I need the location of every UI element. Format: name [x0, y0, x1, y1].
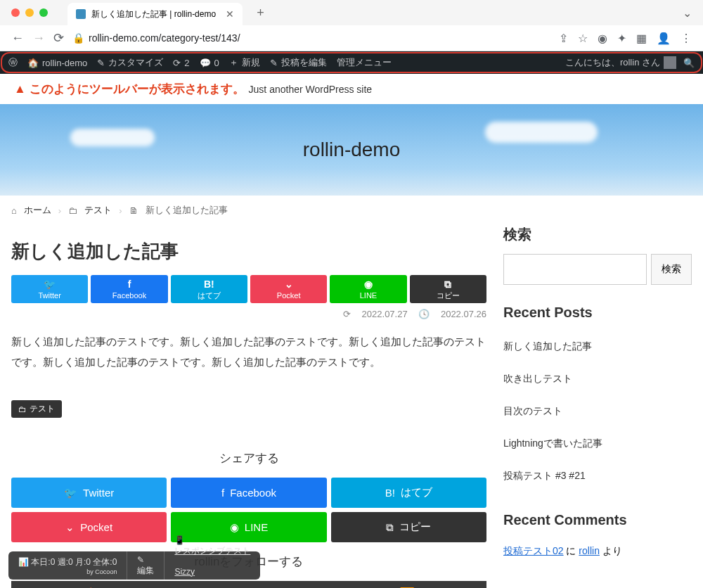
menu-icon[interactable]: ⋮	[681, 32, 692, 45]
comment-author-link[interactable]: rollin	[579, 545, 600, 556]
favicon-icon	[76, 9, 86, 19]
tab-close-icon[interactable]: ✕	[226, 8, 234, 20]
pocket-icon: ⌄	[285, 278, 293, 290]
search-button[interactable]: 検索	[651, 254, 692, 285]
titlebar: 新しく追加した記事 | rollin-demo ✕ + ⌄	[0, 0, 703, 25]
sizzy-link[interactable]: Sizzy	[174, 567, 250, 577]
line-icon: ◉	[230, 521, 239, 534]
sidebar: 検索 検索 Recent Posts 新しく追加した記事 吹き出しテスト 目次の…	[503, 225, 692, 588]
wp-logo-icon[interactable]: ⓦ	[8, 56, 18, 69]
follow-home-button[interactable]: 🏠	[11, 581, 169, 588]
reload-button[interactable]: ⟳	[53, 30, 64, 46]
tab-title: 新しく追加した記事 | rollin-demo	[91, 8, 216, 20]
article-body: 新しく追加した記事のテストです。新しく追加した記事のテストです。新しく追加した記…	[11, 332, 486, 372]
share-icon[interactable]: ⇪	[559, 32, 568, 45]
tab-overflow-icon[interactable]: ⌄	[683, 6, 692, 20]
responsive-test-link[interactable]: レスポンシブテスト	[174, 545, 250, 557]
facebook-icon: f	[128, 278, 131, 290]
hatena-icon: B!	[385, 487, 395, 499]
profile-icon[interactable]: 👤	[657, 32, 671, 45]
extensions-icon[interactable]: ✦	[617, 32, 626, 45]
lock-icon: 🔒	[72, 32, 84, 44]
recent-comment-item: 投稿テスト02 に rollin より	[503, 538, 692, 564]
share-pocket-button[interactable]: ⌄Pocket	[11, 512, 167, 542]
edit-button[interactable]: ✎ 編集	[127, 551, 165, 580]
search-title: 検索	[503, 225, 692, 244]
home-icon: ⌂	[11, 205, 17, 216]
updates-link[interactable]: ⟳ 2	[173, 58, 189, 68]
file-icon: 🗎	[129, 205, 138, 216]
close-window-button[interactable]	[11, 8, 20, 17]
comment-post-link[interactable]: 投稿テスト02	[503, 545, 564, 556]
comments-link[interactable]: 💬 0	[200, 58, 219, 68]
breadcrumb-home[interactable]: ホーム	[24, 204, 51, 217]
avatar-icon	[664, 56, 676, 69]
apps-icon[interactable]: ▦	[636, 32, 647, 45]
share-twitter-button[interactable]: 🐦Twitter	[11, 275, 88, 303]
header-hero: rollin-demo	[0, 104, 703, 196]
recent-comments-widget: Recent Comments 投稿テスト02 に rollin より	[503, 512, 692, 564]
pocket-icon: ⌄	[65, 521, 75, 534]
breadcrumb-current: 新しく追加した記事	[146, 204, 228, 217]
share-twitter-button[interactable]: 🐦Twitter	[11, 478, 167, 508]
recent-post-link[interactable]: 新しく追加した記事	[503, 331, 692, 363]
annotation-text: ▲ このようにツールバーが表示されます。	[14, 81, 245, 97]
bookmark-icon[interactable]: ☆	[578, 32, 588, 45]
new-tab-button[interactable]: +	[257, 6, 264, 20]
annotation-overlay: ▲ このようにツールバーが表示されます。 Just another WordPr…	[0, 74, 703, 104]
share-hatena-button[interactable]: B!はてブ	[331, 478, 486, 508]
back-button[interactable]: ←	[11, 31, 24, 46]
site-link[interactable]: 🏠 rollin-demo	[27, 58, 87, 68]
new-link[interactable]: ＋ 新規	[229, 56, 260, 69]
search-icon[interactable]: 🔍	[683, 58, 695, 68]
article-title: 新しく追加した記事	[11, 239, 486, 264]
search-input[interactable]	[503, 254, 647, 285]
share-line-button[interactable]: ◉LINE	[330, 275, 406, 303]
share-facebook-button[interactable]: fFacebook	[171, 478, 326, 508]
maximize-window-button[interactable]	[39, 8, 48, 17]
window-controls	[11, 8, 48, 17]
recent-post-link[interactable]: 吹き出しテスト	[503, 363, 692, 395]
folder-icon: 🗀	[68, 205, 77, 216]
share-facebook-button[interactable]: fFacebook	[91, 275, 167, 303]
edit-post-link[interactable]: ✎ 投稿を編集	[270, 56, 327, 69]
customize-link[interactable]: ✎ カスタマイズ	[97, 56, 163, 69]
site-title[interactable]: rollin-demo	[303, 139, 401, 161]
toolbar-icons: ⇪ ☆ ◉ ✦ ▦ 👤 ⋮	[559, 32, 692, 45]
site-tagline: Just another WordPress site	[249, 84, 373, 95]
share-hatena-button[interactable]: B!はてブ	[171, 275, 247, 303]
share-heading: シェアする	[11, 450, 486, 466]
copy-icon: ⧉	[444, 278, 451, 290]
share-copy-button[interactable]: ⧉コピー	[410, 275, 486, 303]
copy-icon: ⧉	[386, 521, 394, 534]
address-bar[interactable]: 🔒 rollin-demo.com/category-test/143/	[72, 32, 550, 44]
browser-tab[interactable]: 新しく追加した記事 | rollin-demo ✕	[67, 3, 243, 25]
breadcrumb-category[interactable]: テスト	[84, 204, 112, 217]
camera-icon[interactable]: ◉	[598, 32, 607, 45]
recent-post-link[interactable]: Lightningで書いた記事	[503, 428, 692, 460]
follow-rss-button[interactable]: 📶	[328, 581, 486, 588]
greeting[interactable]: こんにちは、rollin さん	[565, 56, 676, 69]
search-widget: 検索 検索	[503, 225, 692, 285]
stats-bar: 📊 本日:0 週:0 月:0 全体:0 by Cocoon ✎ 編集 📱 レスポ…	[8, 551, 260, 580]
admin-menu-link[interactable]: 管理メニュー	[337, 56, 392, 69]
breadcrumb: ⌂ ホーム › 🗀 テスト › 🗎 新しく追加した記事	[0, 196, 703, 225]
chevron-right-icon: ›	[119, 205, 122, 216]
facebook-icon: f	[221, 487, 224, 499]
main-content: 新しく追加した記事 🐦Twitter fFacebook B!はてブ ⌄Pock…	[11, 225, 486, 588]
recent-post-link[interactable]: 目次のテスト	[503, 395, 692, 428]
recent-posts-widget: Recent Posts 新しく追加した記事 吹き出しテスト 目次のテスト Li…	[503, 305, 692, 492]
url-text: rollin-demo.com/category-test/143/	[89, 32, 240, 44]
share-copy-button[interactable]: ⧉コピー	[331, 512, 486, 542]
forward-button[interactable]: →	[32, 31, 45, 46]
share-pocket-button[interactable]: ⌄Pocket	[250, 275, 327, 303]
twitter-icon: 🐦	[64, 487, 77, 499]
share-buttons-top: 🐦Twitter fFacebook B!はてブ ⌄Pocket ◉LINE ⧉…	[11, 275, 486, 303]
recent-post-link[interactable]: 投稿テスト #3 #21	[503, 460, 692, 492]
hatena-icon: B!	[204, 278, 214, 290]
chevron-right-icon: ›	[58, 205, 61, 216]
minimize-window-button[interactable]	[25, 8, 34, 17]
recent-posts-title: Recent Posts	[503, 305, 692, 321]
category-tag[interactable]: 🗀 テスト	[11, 400, 62, 418]
browser-chrome: 新しく追加した記事 | rollin-demo ✕ + ⌄ ← → ⟳ 🔒 ro…	[0, 0, 703, 51]
